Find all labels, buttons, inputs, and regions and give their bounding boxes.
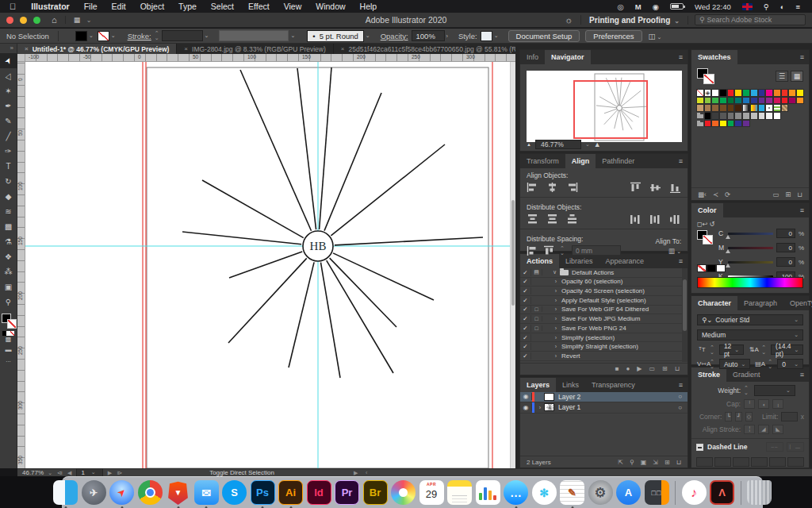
- tab-character[interactable]: Character: [691, 296, 737, 310]
- swatch[interactable]: [750, 97, 758, 105]
- swatch[interactable]: [765, 104, 773, 112]
- swatch[interactable]: [711, 120, 719, 128]
- swatch[interactable]: [734, 89, 742, 97]
- align-vertical-center-button[interactable]: [649, 182, 661, 193]
- round-join-button[interactable]: ┛: [735, 412, 742, 421]
- tab-menu-icon[interactable]: ≡: [674, 154, 688, 168]
- color-spectrum-bar[interactable]: [697, 277, 803, 288]
- tab-transform[interactable]: Transform: [520, 154, 565, 168]
- window-minimize-button[interactable]: [20, 17, 27, 24]
- selection-tool[interactable]: ➤: [0, 53, 17, 68]
- swatch[interactable]: [742, 104, 750, 112]
- menu-window[interactable]: Window: [308, 2, 352, 11]
- magic-wand-tool[interactable]: ✶: [0, 83, 17, 98]
- swatch[interactable]: [727, 112, 735, 120]
- swatch-group-folder-icon[interactable]: [696, 112, 704, 120]
- swatch[interactable]: [750, 112, 758, 120]
- dock-safari[interactable]: ➤: [109, 479, 135, 506]
- new-action-set-icon[interactable]: ▭: [649, 365, 655, 372]
- menu-effect[interactable]: Effect: [241, 2, 277, 11]
- distribute-left-button[interactable]: [630, 214, 642, 225]
- arrange-documents-icon[interactable]: ▦ ⌄: [65, 16, 92, 24]
- swatch[interactable]: [765, 97, 773, 105]
- swatch[interactable]: [696, 89, 704, 97]
- dock-system-preferences[interactable]: ⚙: [588, 479, 614, 506]
- next-artboard-icon[interactable]: ▶: [108, 470, 112, 476]
- make-clipping-mask-icon[interactable]: ⇱: [618, 459, 623, 466]
- dock-app-store[interactable]: A: [615, 479, 642, 506]
- document-tab-2[interactable]: ×IMG-2804.jpg @ 8.33% (RGB/GPU Preview): [177, 44, 333, 54]
- opacity-label[interactable]: Opacity:: [381, 32, 408, 40]
- symbol-sprayer-tool[interactable]: ⁂: [0, 264, 17, 279]
- delete-action-icon[interactable]: ⊔: [675, 365, 680, 372]
- search-adobe-stock-input[interactable]: ⚲ Search Adobe Stock: [695, 14, 806, 25]
- ruler-origin-corner[interactable]: [17, 54, 25, 62]
- swatch[interactable]: [719, 97, 727, 105]
- keyboard-layout-flag-icon[interactable]: [737, 3, 758, 10]
- action-row[interactable]: ✓▤›Delete Unused Panel Items: [520, 361, 682, 362]
- distribute-top-button[interactable]: [527, 214, 538, 225]
- document-tab-1[interactable]: ×Untitled-1* @ 46.77% (CMYK/GPU Preview): [17, 44, 177, 54]
- font-family-field[interactable]: ⚲⌄ Courier Std ⌄: [697, 314, 803, 325]
- distribute-horizontal-space-button[interactable]: [543, 245, 555, 256]
- swatch[interactable]: [727, 104, 735, 112]
- swatch[interactable]: [796, 89, 804, 97]
- swatch[interactable]: [773, 104, 781, 112]
- swatch[interactable]: [719, 120, 727, 128]
- action-dialog-toggle[interactable]: ▤: [531, 269, 542, 275]
- tab-pathfinder[interactable]: Pathfinder: [596, 154, 641, 168]
- last-artboard-icon[interactable]: ⧐: [117, 470, 122, 476]
- action-row[interactable]: ✓□›Save For Web PNG 24: [520, 324, 682, 333]
- miter-limit-field[interactable]: [781, 412, 797, 421]
- layer-name[interactable]: Layer 2: [558, 393, 580, 401]
- zoom-tool[interactable]: ⚲: [0, 294, 17, 310]
- dock-photos[interactable]: [390, 479, 416, 506]
- record-icon[interactable]: ●: [626, 365, 630, 372]
- preserve-dash-button[interactable]: ╌╌: [766, 442, 783, 452]
- navigator-zoom-in-icon[interactable]: ▲: [594, 140, 601, 148]
- align-horizontal-center-button[interactable]: [546, 182, 558, 193]
- stroke-color-swatch[interactable]: [98, 31, 109, 41]
- stop-recording-icon[interactable]: ■: [615, 365, 619, 372]
- make-mask-icon[interactable]: ▣: [641, 459, 647, 466]
- swatch[interactable]: [727, 97, 735, 105]
- apple-menu-icon[interactable]: : [6, 2, 24, 11]
- spotlight-icon[interactable]: ⚲: [758, 2, 775, 11]
- miter-join-button[interactable]: ┗: [725, 412, 732, 421]
- swatches-panel-menu-icon[interactable]: ≡: [795, 50, 809, 64]
- play-action-icon[interactable]: ▶: [637, 365, 642, 372]
- dock-indesign[interactable]: Id: [306, 479, 332, 506]
- swatch[interactable]: [781, 97, 789, 105]
- swatch[interactable]: [734, 112, 742, 120]
- close-tab-icon[interactable]: ×: [25, 45, 29, 52]
- type-tool[interactable]: T: [0, 159, 17, 174]
- window-close-button[interactable]: [6, 17, 13, 24]
- navigator-preview[interactable]: [527, 71, 682, 142]
- action-enabled-check[interactable]: ✓: [520, 325, 531, 332]
- font-size-field[interactable]: 12 pt⌄: [719, 344, 744, 355]
- paintbrush-tool[interactable]: ✑: [0, 144, 17, 159]
- swatch[interactable]: [719, 112, 727, 120]
- home-icon[interactable]: ⌂: [52, 15, 57, 25]
- dash-value-field[interactable]: [769, 457, 786, 467]
- action-row[interactable]: ✓□›Save For Web GIF 64 Dithered: [520, 306, 682, 315]
- tab-align[interactable]: Align: [565, 154, 596, 168]
- tab-transparency[interactable]: Transparency: [585, 378, 642, 392]
- action-row[interactable]: ✓›Apply Default Style (selection): [520, 296, 682, 306]
- dash-value-field[interactable]: [696, 457, 713, 467]
- projecting-cap-button[interactable]: ╷: [772, 399, 783, 409]
- swatch[interactable]: [711, 89, 719, 97]
- swatch[interactable]: [773, 97, 781, 105]
- close-tab-icon[interactable]: ×: [184, 45, 188, 52]
- action-row[interactable]: ✓›Simplify Straight (selection): [520, 342, 682, 352]
- gradient-tool[interactable]: ▩: [0, 219, 17, 234]
- line-segment-tool[interactable]: ╱: [0, 129, 17, 144]
- action-row[interactable]: ✓▤∨Default Actions: [520, 268, 682, 278]
- new-color-group-icon[interactable]: ▭: [772, 190, 779, 198]
- swatch[interactable]: ✙: [704, 89, 712, 97]
- layer-row[interactable]: ◉Layer 2○: [520, 392, 688, 403]
- swatch[interactable]: [750, 104, 758, 112]
- dock-textedit[interactable]: ✎: [559, 479, 585, 506]
- draw-mode-icon[interactable]: ▩: [6, 336, 12, 346]
- swatch-kinds-icon[interactable]: ≺: [713, 190, 718, 198]
